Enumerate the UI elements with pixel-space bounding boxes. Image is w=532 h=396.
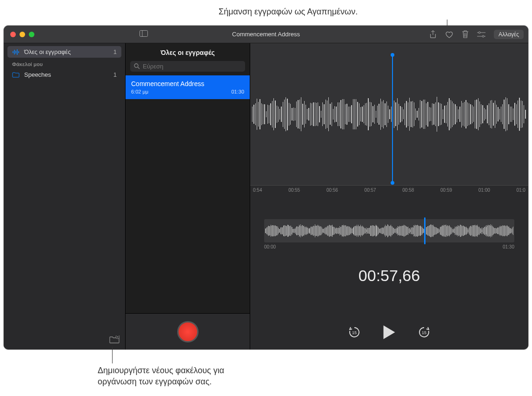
record-button[interactable] [177,321,199,342]
callout-new-folder: Δημιουργήστε νέους φακέλους για οργάνωση… [98,365,224,388]
search-input[interactable] [143,63,241,70]
timeline-tick: 00:55 [288,188,300,197]
trash-icon[interactable] [462,30,469,38]
timeline-tick: 00:57 [365,188,376,197]
fullscreen-button[interactable] [29,32,34,37]
search-icon [134,63,140,69]
search-field[interactable] [130,61,245,72]
waveform-icon [12,49,21,55]
callout-line [112,347,113,363]
svg-point-14 [134,64,138,67]
sidebar-item-label: Speeches [24,71,51,78]
timeline-tick: 01:00 [479,188,490,197]
folder-icon [12,72,21,78]
window-title: Commencement Address [232,31,300,38]
forward-15-button[interactable]: 15 [418,326,431,339]
new-folder-button[interactable] [109,336,120,346]
timeline-tick: 0:54 [253,188,262,197]
timeline-tick: 01:0 [516,188,525,197]
edit-button[interactable]: Αλλαγές [494,30,524,39]
toolbar-actions: Αλλαγές [429,30,524,39]
overview-end: 01:30 [503,244,514,249]
share-icon[interactable] [429,30,437,39]
sidebar: Όλες οι εγγραφές 1 Φάκελοί μου Speeches … [4,43,126,349]
recording-duration: 01:30 [231,89,244,94]
svg-point-5 [482,35,484,37]
recordings-list: Όλες οι εγγραφές Commencement Address 6:… [126,43,250,349]
callout-favorite: Σήμανση εγγραφών ως Αγαπημένων. [219,7,358,17]
overview-start: 00:00 [264,244,276,249]
play-button[interactable] [382,324,396,340]
favorite-icon[interactable] [445,31,453,38]
app-window: Commencement Address Αλλαγές Όλες οι εγγ… [4,26,528,349]
rewind-15-button[interactable]: 15 [348,326,361,339]
waveform-overview[interactable] [264,219,514,242]
timeline-tick: 00:59 [440,188,452,197]
timeline-tick: 00:58 [402,188,414,197]
timeline: 0:5400:5500:5600:5700:5800:5901:0001:0 [250,185,528,197]
recording-title: Commencement Address [131,80,244,87]
overview-playhead[interactable] [424,217,426,244]
list-header: Όλες οι εγγραφές [126,43,250,61]
svg-line-15 [138,67,140,69]
waveform-main[interactable] [250,43,528,185]
titlebar: Commencement Address Αλλαγές [4,26,528,43]
sidebar-item-folder[interactable]: Speeches 1 [7,69,121,81]
playback-controls: 15 15 [250,324,528,340]
sidebar-item-count: 1 [113,71,117,78]
recording-time: 6:02 μμ [131,89,148,94]
svg-rect-0 [140,30,148,36]
close-button[interactable] [10,32,16,37]
record-footer [126,313,250,349]
svg-text:15: 15 [422,330,426,335]
sidebar-item-all[interactable]: Όλες οι εγγραφές 1 [7,46,121,58]
recording-item[interactable]: Commencement Address 6:02 μμ 01:30 [126,75,250,99]
playhead[interactable] [392,55,393,183]
sidebar-item-count: 1 [113,48,117,55]
toggle-sidebar-button[interactable] [140,30,148,39]
minimize-button[interactable] [20,32,25,37]
timeline-tick: 00:56 [326,188,338,197]
window-controls [4,32,34,37]
svg-text:15: 15 [352,330,357,335]
sidebar-item-label: Όλες οι εγγραφές [24,48,71,55]
sidebar-section-header: Φάκελοί μου [7,58,121,69]
detail-pane: 0:5400:5500:5600:5700:5800:5901:0001:0 0… [250,43,528,349]
current-time: 00:57,66 [250,267,528,285]
svg-point-3 [479,32,480,34]
settings-icon[interactable] [477,31,485,38]
